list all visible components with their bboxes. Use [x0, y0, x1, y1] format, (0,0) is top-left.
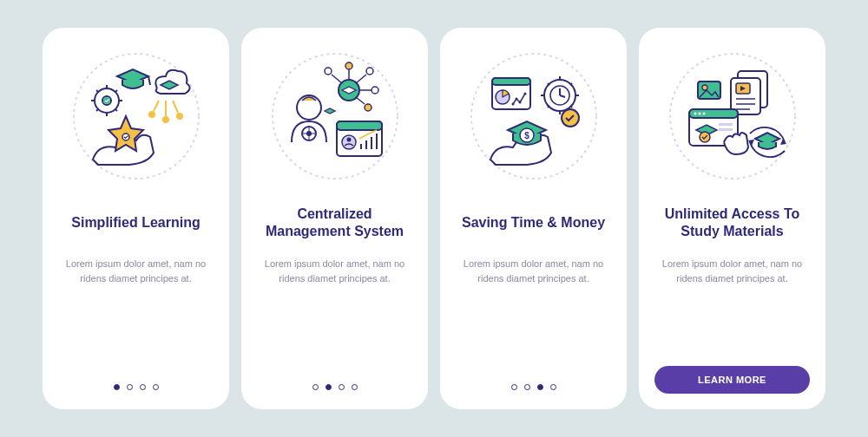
svg-point-34: [325, 68, 332, 75]
svg-point-53: [523, 93, 526, 95]
svg-rect-49: [492, 78, 530, 85]
card-title: Saving Time & Money: [462, 198, 605, 248]
svg-point-32: [366, 68, 373, 75]
card-title: Centralized Management System: [257, 198, 412, 248]
onboarding-card: Unlimited Access To Study Materials Lore…: [639, 28, 825, 409]
svg-text:$: $: [524, 131, 529, 140]
onboarding-card: Centralized Management System Lorem ipsu…: [241, 28, 428, 409]
dot[interactable]: [114, 384, 120, 390]
svg-line-8: [96, 90, 98, 92]
dot[interactable]: [326, 384, 332, 390]
svg-line-16: [173, 101, 178, 113]
svg-point-36: [365, 104, 372, 111]
svg-point-50: [511, 103, 514, 106]
saving-time-money-icon: $: [464, 47, 603, 186]
svg-point-40: [346, 138, 351, 142]
dot[interactable]: [127, 384, 133, 390]
svg-rect-38: [337, 121, 382, 130]
svg-line-11: [115, 90, 117, 92]
svg-line-62: [570, 83, 572, 85]
dot[interactable]: [511, 384, 517, 390]
svg-point-81: [700, 132, 710, 142]
svg-rect-79: [719, 123, 733, 126]
svg-line-10: [96, 109, 98, 111]
card-description: Lorem ipsum dolor amet, nam no ridens di…: [58, 257, 214, 285]
svg-point-51: [515, 98, 517, 101]
pagination-dots: [440, 384, 627, 390]
card-description: Lorem ipsum dolor amet, nam no ridens di…: [257, 257, 412, 285]
unlimited-access-icon: [663, 47, 802, 186]
svg-line-61: [548, 106, 549, 108]
svg-line-60: [570, 106, 572, 108]
dot[interactable]: [140, 384, 146, 390]
card-description: Lorem ipsum dolor amet, nam no ridens di…: [456, 257, 611, 285]
dot[interactable]: [339, 384, 345, 390]
pagination-dots: [43, 384, 229, 390]
svg-point-20: [273, 54, 398, 179]
card-title: Simplified Learning: [71, 198, 200, 248]
onboarding-card: Simplified Learning Lorem ipsum dolor am…: [43, 28, 229, 409]
svg-point-52: [518, 101, 521, 104]
dot[interactable]: [524, 384, 530, 390]
svg-point-17: [177, 114, 182, 119]
dot[interactable]: [153, 384, 159, 390]
svg-line-59: [548, 83, 549, 85]
dot[interactable]: [537, 384, 543, 390]
dot[interactable]: [352, 384, 358, 390]
learn-more-button[interactable]: LEARN MORE: [654, 366, 810, 394]
svg-point-77: [698, 113, 700, 115]
centralized-management-icon: [266, 47, 404, 186]
svg-point-15: [163, 117, 168, 122]
svg-rect-80: [719, 128, 733, 131]
card-description: Lorem ipsum dolor amet, nam no ridens di…: [654, 257, 810, 285]
pagination-dots: [241, 384, 428, 390]
svg-point-76: [694, 113, 696, 115]
svg-point-1: [122, 134, 129, 140]
svg-line-13: [148, 76, 150, 85]
card-title: Unlimited Access To Study Materials: [654, 198, 810, 248]
svg-point-28: [345, 62, 352, 69]
simplified-learning-icon: [67, 47, 206, 186]
svg-line-33: [332, 75, 342, 83]
svg-point-19: [149, 112, 155, 117]
svg-line-9: [115, 109, 117, 111]
dot[interactable]: [312, 384, 319, 390]
svg-line-31: [356, 75, 366, 83]
dot[interactable]: [550, 384, 556, 390]
onboarding-card: $ Saving Time & Money Lorem ipsum dolor …: [440, 28, 627, 409]
svg-point-78: [702, 113, 705, 115]
svg-point-39: [342, 135, 356, 149]
svg-point-12: [103, 97, 110, 104]
svg-line-35: [356, 97, 365, 104]
svg-line-18: [154, 101, 159, 111]
svg-point-30: [372, 87, 378, 94]
